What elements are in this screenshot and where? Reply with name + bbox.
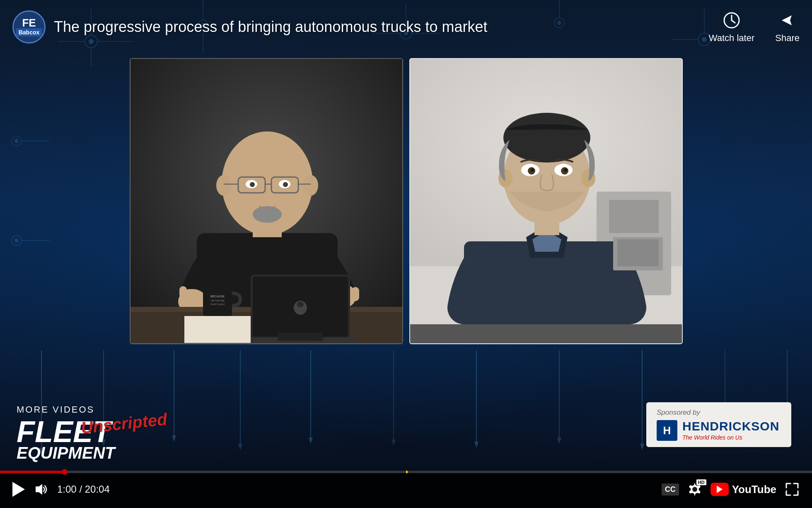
svg-text:BECAUSE: BECAUSE (210, 295, 225, 298)
watch-later-label: Watch later (709, 33, 754, 44)
fullscreen-button[interactable] (785, 482, 800, 497)
babcox-label: Babcox (16, 28, 42, 36)
svg-rect-115 (410, 324, 683, 344)
youtube-icon (710, 483, 729, 496)
svg-point-114 (564, 168, 567, 172)
cc-button[interactable]: CC (662, 484, 679, 496)
svg-rect-97 (184, 316, 251, 343)
svg-point-76 (283, 182, 288, 187)
youtube-logo[interactable]: YouTube (710, 483, 776, 496)
video-panel-left: BECAUSE I'M THE DM THAT'S WHY (130, 58, 403, 344)
hendrickson-tagline: The World Rides on Us (682, 434, 779, 441)
volume-button[interactable] (33, 481, 49, 497)
svg-point-108 (503, 113, 590, 163)
volume-icon (33, 481, 49, 497)
watch-later-button[interactable]: Watch later (709, 10, 754, 44)
svg-rect-88 (203, 285, 232, 293)
left-panel-content: BECAUSE I'M THE DM THAT'S WHY (130, 59, 403, 344)
fleet-logo-area: FLEET EQUIPMENT Unscripted (17, 418, 115, 460)
video-panels: BECAUSE I'M THE DM THAT'S WHY (0, 54, 812, 348)
chapter-marker (406, 471, 408, 473)
svg-rect-117 (617, 239, 659, 266)
progress-bar-container[interactable] (0, 471, 812, 473)
svg-rect-80 (179, 286, 187, 299)
svg-rect-84 (352, 287, 359, 301)
sponsored-by-label: Sponsored by (657, 408, 781, 417)
svg-line-59 (732, 20, 735, 23)
video-title: The progressive process of bringing auto… (54, 18, 709, 36)
svg-point-66 (216, 175, 231, 196)
svg-point-75 (250, 182, 255, 187)
svg-point-113 (531, 168, 534, 172)
youtube-play-icon (717, 486, 723, 493)
svg-point-95 (297, 301, 304, 307)
hendrickson-text-block: HENDRICKSON The World Rides on Us (682, 420, 779, 441)
hendrickson-name: HENDRICKSON (682, 420, 779, 433)
share-icon (778, 10, 798, 30)
sponsor-box: Sponsored by H HENDRICKSON The World Rid… (646, 402, 791, 447)
hendrickson-h-icon: H (657, 420, 677, 441)
svg-text:I'M THE DM: I'M THE DM (210, 299, 224, 302)
youtube-label: YouTube (732, 483, 776, 496)
top-bar: FE Babcox The progressive process of bri… (0, 0, 812, 54)
more-videos-container: MORE VIDEOS FLEET EQUIPMENT Unscripted (17, 404, 115, 460)
fullscreen-icon (785, 482, 800, 497)
time-display: 1:00 / 20:04 (57, 484, 110, 495)
more-videos-label: MORE VIDEOS (17, 404, 115, 415)
progress-bar-fill (0, 471, 65, 473)
play-button[interactable] (12, 482, 25, 497)
fe-letters: FE (22, 17, 36, 28)
right-panel-content (410, 59, 683, 344)
share-button[interactable]: Share (775, 10, 800, 44)
clock-icon (722, 10, 742, 30)
svg-rect-102 (609, 200, 659, 233)
top-actions: Watch later Share (709, 10, 800, 44)
svg-text:THAT'S WHY: THAT'S WHY (210, 303, 225, 306)
hendrickson-brand: H HENDRICKSON The World Rides on Us (657, 420, 781, 441)
settings-button[interactable]: HD (687, 482, 702, 497)
video-player: FE Babcox The progressive process of bri… (0, 0, 812, 508)
svg-point-120 (692, 487, 697, 492)
share-label: Share (775, 33, 800, 44)
play-icon (12, 482, 25, 497)
fe-babcox-logo: FE Babcox (12, 10, 46, 44)
hd-badge: HD (696, 479, 706, 485)
bottom-section: MORE VIDEOS FLEET EQUIPMENT Unscripted S… (0, 392, 812, 508)
progress-dot (62, 469, 68, 475)
logo-container: FE Babcox (12, 10, 46, 44)
video-panel-right (409, 58, 683, 344)
svg-marker-118 (36, 484, 42, 495)
svg-rect-98 (278, 333, 323, 341)
controls-bar: 1:00 / 20:04 CC HD YouTube (0, 471, 812, 508)
svg-point-67 (303, 175, 318, 196)
